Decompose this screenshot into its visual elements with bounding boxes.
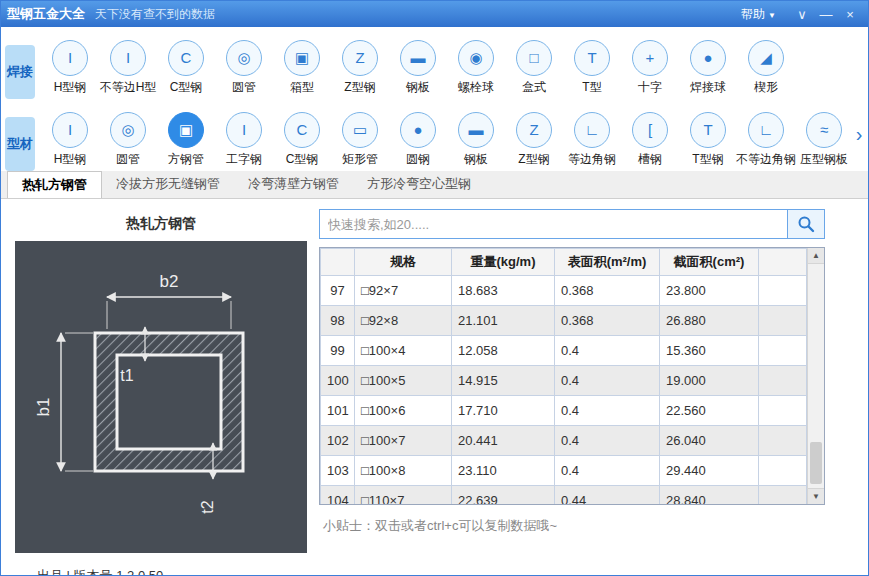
weld-ball-icon: ● xyxy=(690,40,726,76)
table-cell: 0.4 xyxy=(555,456,660,486)
toolbar-item[interactable]: CC型钢 xyxy=(273,112,331,171)
toolbar-item[interactable]: I工字钢 xyxy=(215,112,273,171)
table-row[interactable]: 101□100×617.7100.422.560 xyxy=(321,396,807,426)
toolbar-item-label: 矩形管 xyxy=(342,151,378,168)
toolbar-item-label: 螺栓球 xyxy=(458,79,494,96)
toolbar-item[interactable]: ZZ型钢 xyxy=(331,40,389,99)
dim-label-t1: t1 xyxy=(120,367,133,384)
i-beam-icon: I xyxy=(226,112,262,148)
toolbar-item-label: Z型钢 xyxy=(344,79,375,96)
toolbar-item[interactable]: ◉螺栓球 xyxy=(447,40,505,99)
table-cell: □92×7 xyxy=(355,276,452,306)
toolbar-item[interactable]: ≈压型钢板 xyxy=(795,112,853,171)
toolbar-item[interactable]: IH型钢 xyxy=(41,112,99,171)
toolbar-item-label: 楔形 xyxy=(754,79,778,96)
chevron-right-icon: › xyxy=(856,123,863,145)
table-cell: 19.000 xyxy=(660,366,759,396)
toolbar-item[interactable]: ▭矩形管 xyxy=(331,112,389,171)
search-bar xyxy=(319,209,825,239)
toolbar-item[interactable]: CC型钢 xyxy=(157,40,215,99)
table-cell-filler xyxy=(759,306,807,336)
table-cell: 26.880 xyxy=(660,306,759,336)
version-text: ……出品 | 版本号 1.2.0.50 xyxy=(11,567,163,576)
category-tab[interactable]: 方形冷弯空心型钢 xyxy=(353,171,485,198)
toolbar-item[interactable]: ●圆钢 xyxy=(389,112,447,171)
search-icon xyxy=(797,215,815,233)
z-steel-icon: Z xyxy=(516,112,552,148)
table-cell-filler xyxy=(759,396,807,426)
toolbar-item[interactable]: ▣箱型 xyxy=(273,40,331,99)
category-tab[interactable]: 冷弯薄壁方钢管 xyxy=(234,171,353,198)
table-row[interactable]: 103□100×823.1100.429.440 xyxy=(321,456,807,486)
table-row[interactable]: 104□110×722.6390.4428.840 xyxy=(321,486,807,506)
toolbar-more-button[interactable]: › xyxy=(852,119,866,149)
dim-label-b1: b1 xyxy=(34,398,53,417)
scroll-up-button[interactable]: ▲ xyxy=(808,248,824,264)
vertical-scrollbar[interactable]: ▲ ▼ xyxy=(807,248,824,504)
toolbar-item[interactable]: ∟不等边角钢 xyxy=(737,112,795,171)
help-button[interactable]: 帮助▼ xyxy=(741,6,776,23)
toolbar-item-label: 钢板 xyxy=(464,151,488,168)
toolbar-item[interactable]: □盒式 xyxy=(505,40,563,99)
table-cell: 0.44 xyxy=(555,486,660,506)
search-button[interactable] xyxy=(787,209,825,239)
help-label: 帮助 xyxy=(741,7,765,21)
row-number-cell: 99 xyxy=(321,336,355,366)
table-cell: 14.915 xyxy=(452,366,555,396)
toolbar-item[interactable]: ◢楔形 xyxy=(737,40,795,99)
table-cell-filler xyxy=(759,366,807,396)
scroll-thumb[interactable] xyxy=(810,442,822,484)
square-tube-icon: ▣ xyxy=(168,112,204,148)
table-cell-filler xyxy=(759,426,807,456)
toolbar-item[interactable]: ◎圆管 xyxy=(215,40,273,99)
toolbar-item[interactable]: ▬钢板 xyxy=(447,112,505,171)
toolbar-item[interactable]: ZZ型钢 xyxy=(505,112,563,171)
h-beam-icon: I xyxy=(52,112,88,148)
table-cell: 0.4 xyxy=(555,396,660,426)
close-button[interactable]: × xyxy=(838,7,862,22)
row-number-cell: 101 xyxy=(321,396,355,426)
table-header-cell xyxy=(321,249,355,276)
toolbar-item-label: 十字 xyxy=(638,79,662,96)
titlebar: 型钢五金大全 天下没有查不到的数据 帮助▼ ∨ — × xyxy=(1,1,868,27)
corrugated-plate-icon: ≈ xyxy=(806,112,842,148)
row-number-cell: 103 xyxy=(321,456,355,486)
table-row[interactable]: 99□100×412.0580.415.360 xyxy=(321,336,807,366)
side-tab-profile[interactable]: 型材 xyxy=(5,117,35,171)
category-tab[interactable]: 热轧方钢管 xyxy=(7,171,102,198)
dim-label-b2: b2 xyxy=(160,272,179,291)
toolbar-item[interactable]: ▣方钢管 xyxy=(157,112,215,171)
table-cell-filler xyxy=(759,276,807,306)
table-header-cell: 规格 xyxy=(355,249,452,276)
table-row[interactable]: 102□100×720.4410.426.040 xyxy=(321,426,807,456)
table-cell: □100×8 xyxy=(355,456,452,486)
round-bar-icon: ● xyxy=(400,112,436,148)
table-cell: 29.440 xyxy=(660,456,759,486)
search-input[interactable] xyxy=(319,209,787,239)
scroll-down-button[interactable]: ▼ xyxy=(808,488,824,504)
toolbar-item-label: Z型钢 xyxy=(518,151,549,168)
toolbar-item[interactable]: +十字 xyxy=(621,40,679,99)
toolbar-item-label: 不等边H型 xyxy=(100,79,157,96)
toolbar-item[interactable]: ◎圆管 xyxy=(99,112,157,171)
table-row[interactable]: 97□92×718.6830.36823.800 xyxy=(321,276,807,306)
toolbar-item[interactable]: ∟等边角钢 xyxy=(563,112,621,171)
toolbar-item[interactable]: I不等边H型 xyxy=(99,40,157,99)
table-cell-filler xyxy=(759,336,807,366)
toolbar-item[interactable]: TT型 xyxy=(563,40,621,99)
cross-section-diagram: b2 b1 t1 t2 xyxy=(15,241,307,553)
toolbar-item-label: C型钢 xyxy=(286,151,319,168)
toolbar-item[interactable]: IH型钢 xyxy=(41,40,99,99)
toolbar-item[interactable]: [槽钢 xyxy=(621,112,679,171)
rollup-button[interactable]: ∨ xyxy=(790,7,814,22)
table-row[interactable]: 98□92×821.1010.36826.880 xyxy=(321,306,807,336)
table-row[interactable]: 100□100×514.9150.419.000 xyxy=(321,366,807,396)
toolbar-item[interactable]: ●焊接球 xyxy=(679,40,737,99)
toolbar-item[interactable]: TT型钢 xyxy=(679,112,737,171)
table-cell: 22.639 xyxy=(452,486,555,506)
side-tab-welding[interactable]: 焊接 xyxy=(5,45,35,99)
toolbar-item[interactable]: ▬钢板 xyxy=(389,40,447,99)
table-header-cell xyxy=(759,249,807,276)
minimize-button[interactable]: — xyxy=(814,7,838,22)
category-tab[interactable]: 冷拔方形无缝钢管 xyxy=(102,171,234,198)
